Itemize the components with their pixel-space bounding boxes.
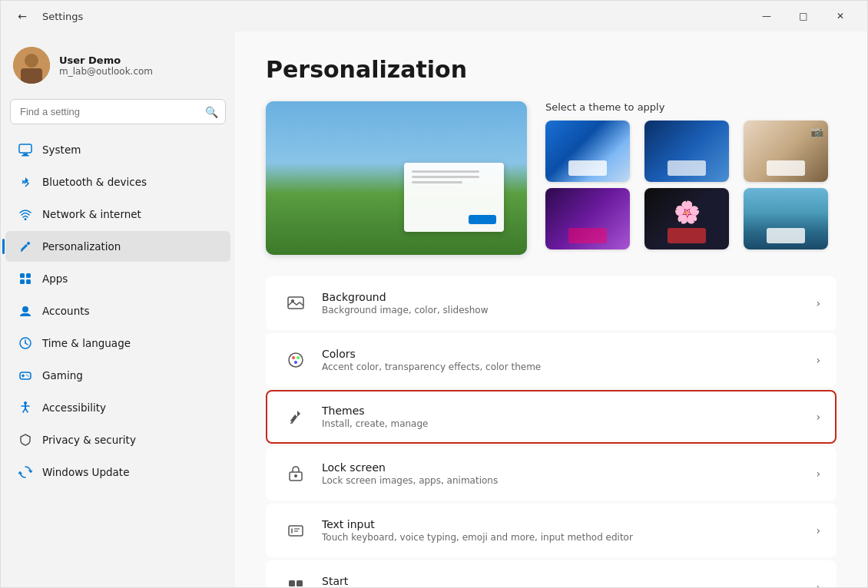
svg-point-23: [26, 375, 28, 376]
settings-item-start[interactable]: Start Recent apps and items, folders ›: [266, 560, 837, 587]
themes-desc: Install, create, manage: [322, 418, 803, 429]
time-label: Time & language: [42, 337, 131, 349]
close-button[interactable]: ✕: [823, 4, 858, 28]
network-icon: [18, 206, 33, 222]
sidebar-item-system[interactable]: System: [5, 134, 230, 165]
background-chevron: ›: [816, 297, 820, 309]
gaming-icon: [18, 368, 33, 383]
user-name: User Demo: [59, 55, 153, 66]
svg-rect-3: [21, 68, 42, 84]
svg-rect-44: [297, 580, 303, 586]
titlebar-left: ← Settings: [10, 4, 83, 28]
personalization-icon: [18, 239, 33, 254]
personalization-label: Personalization: [42, 240, 121, 253]
svg-rect-5: [23, 154, 28, 155]
svg-point-33: [292, 356, 295, 359]
sidebar-item-gaming[interactable]: Gaming: [5, 360, 230, 391]
themes-chevron: ›: [816, 411, 820, 423]
titlebar: ← Settings — □ ✕: [1, 1, 867, 31]
lock-screen-icon: [282, 460, 310, 487]
svg-rect-12: [20, 273, 25, 278]
svg-rect-43: [289, 580, 295, 586]
main-content: Personalization Select a theme to apply: [235, 31, 867, 587]
theme-option-5[interactable]: 🌸: [644, 188, 729, 249]
lock-screen-text: Lock screen Lock screen images, apps, an…: [322, 461, 803, 486]
colors-title: Colors: [322, 348, 803, 360]
privacy-icon: [18, 432, 33, 448]
apps-icon: [18, 271, 33, 286]
theme-option-6[interactable]: [744, 188, 828, 249]
theme-section: Select a theme to apply 📷 🌸: [266, 101, 837, 255]
sidebar-item-windows-update[interactable]: Windows Update: [5, 457, 230, 487]
theme-option-1[interactable]: [545, 121, 630, 182]
accounts-label: Accounts: [42, 305, 90, 317]
sidebar-item-personalization[interactable]: Personalization: [5, 231, 230, 262]
settings-item-background[interactable]: Background Background image, color, slid…: [266, 276, 837, 330]
svg-point-16: [22, 306, 28, 312]
theme-option-2[interactable]: [644, 121, 729, 182]
accessibility-label: Accessibility: [42, 401, 106, 414]
time-icon: [18, 335, 33, 351]
themes-text: Themes Install, create, manage: [322, 405, 803, 429]
settings-item-lock-screen[interactable]: Lock screen Lock screen images, apps, an…: [266, 447, 837, 500]
svg-point-32: [289, 353, 303, 367]
search-input[interactable]: [10, 99, 226, 124]
minimize-button[interactable]: —: [749, 4, 784, 28]
start-icon: [282, 573, 310, 587]
background-text: Background Background image, color, slid…: [322, 291, 803, 315]
lock-screen-chevron: ›: [816, 467, 820, 480]
maximize-button[interactable]: □: [786, 4, 821, 28]
themes-grid: 📷 🌸: [545, 121, 837, 249]
preview-button: [469, 215, 496, 224]
sidebar-item-apps[interactable]: Apps: [5, 263, 230, 294]
theme-preview: [266, 101, 527, 255]
colors-text: Colors Accent color, transparency effect…: [322, 348, 803, 372]
sidebar-item-network[interactable]: Network & internet: [5, 199, 230, 230]
system-label: System: [42, 144, 81, 156]
svg-line-28: [23, 408, 25, 412]
background-icon: [282, 289, 310, 317]
theme-option-3[interactable]: 📷: [744, 121, 828, 182]
system-icon: [18, 142, 33, 157]
svg-point-38: [294, 474, 297, 477]
preview-line-3: [412, 181, 462, 183]
background-title: Background: [322, 291, 803, 303]
gaming-label: Gaming: [42, 369, 83, 382]
svg-point-24: [28, 375, 29, 377]
windows-update-icon: [18, 464, 33, 480]
lock-screen-desc: Lock screen images, apps, animations: [322, 475, 803, 486]
svg-rect-4: [19, 144, 31, 153]
windows-update-label: Windows Update: [42, 466, 129, 478]
user-profile[interactable]: User Demo m_lab@outlook.com: [1, 38, 235, 96]
svg-rect-30: [288, 297, 303, 309]
preview-line-1: [412, 170, 479, 173]
svg-rect-15: [26, 279, 31, 284]
sidebar-item-bluetooth[interactable]: Bluetooth & devices: [5, 167, 230, 197]
theme-option-4[interactable]: [545, 188, 630, 249]
camera-icon: 📷: [810, 125, 823, 137]
svg-line-19: [25, 343, 28, 345]
back-button[interactable]: ←: [10, 4, 35, 28]
svg-point-9: [25, 218, 27, 220]
page-title: Personalization: [266, 56, 837, 83]
search-box[interactable]: 🔍: [10, 99, 226, 124]
sidebar-item-accounts[interactable]: Accounts: [5, 296, 230, 326]
avatar-image: [13, 47, 50, 84]
sidebar-item-privacy[interactable]: Privacy & security: [5, 424, 230, 455]
settings-item-themes[interactable]: Themes Install, create, manage ›: [266, 390, 837, 444]
svg-rect-14: [20, 279, 25, 284]
titlebar-title: Settings: [42, 11, 83, 22]
apps-label: Apps: [42, 273, 68, 285]
svg-rect-13: [26, 273, 31, 278]
sidebar-item-accessibility[interactable]: Accessibility: [5, 392, 230, 423]
settings-item-text-input[interactable]: Text input Touch keyboard, voice typing,…: [266, 504, 837, 557]
svg-line-29: [25, 408, 28, 412]
svg-rect-6: [22, 155, 29, 157]
start-text: Start Recent apps and items, folders: [322, 575, 803, 587]
accounts-icon: [18, 303, 33, 319]
themes-grid-label: Select a theme to apply: [545, 101, 837, 113]
text-input-desc: Touch keyboard, voice typing, emoji and …: [322, 532, 803, 543]
settings-window: ← Settings — □ ✕: [0, 0, 868, 588]
settings-item-colors[interactable]: Colors Accent color, transparency effect…: [266, 333, 837, 387]
sidebar-item-time[interactable]: Time & language: [5, 328, 230, 358]
